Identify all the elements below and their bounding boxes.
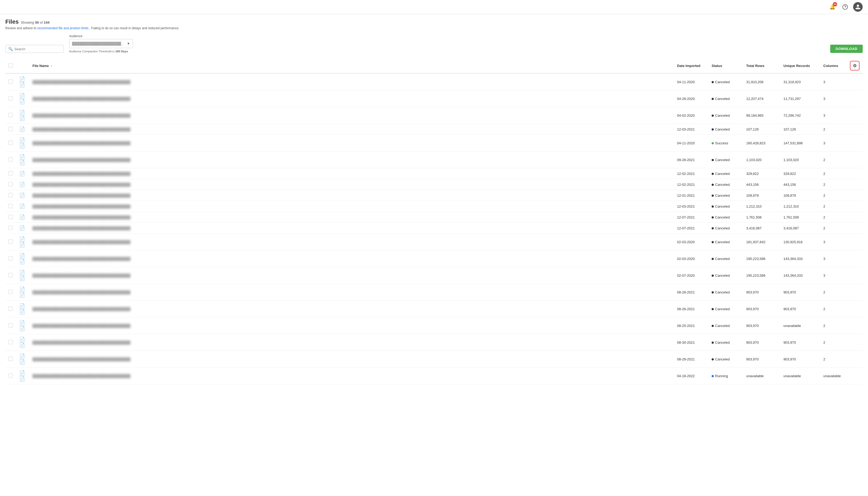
audience-label: Audience <box>69 34 133 38</box>
columns-count: 2 <box>820 351 847 368</box>
row-checkbox[interactable] <box>9 215 13 219</box>
gear-cell <box>847 334 863 351</box>
search-input[interactable] <box>14 47 61 51</box>
date-imported: 12-03-2021 <box>674 201 709 212</box>
th-status[interactable]: Status <box>709 58 743 73</box>
file-name-text: ████████████████████████████████████████ <box>32 257 130 261</box>
gear-cell <box>847 284 863 300</box>
total-rows: 903,970 <box>743 300 780 317</box>
user-avatar-button[interactable] <box>853 2 863 12</box>
row-checkbox[interactable] <box>9 79 13 84</box>
file-name-text: ████████████████████████████████████████ <box>32 357 130 361</box>
status-dot <box>712 114 714 117</box>
row-checkbox[interactable] <box>9 340 13 344</box>
row-checkbox[interactable] <box>9 96 13 100</box>
unique-records: 903,970 <box>780 284 820 300</box>
file-name-text: ████████████████████████████████████████ <box>32 274 130 278</box>
single-file-icon: 📄 <box>19 126 25 132</box>
single-file-icon: 📄 <box>19 204 25 209</box>
column-settings-button[interactable]: ⚙ <box>850 61 859 71</box>
row-checkbox[interactable] <box>9 357 13 361</box>
search-box[interactable]: 🔍 <box>5 45 64 53</box>
status-dot <box>712 275 714 277</box>
file-name-text: ████████████████████████████████████████ <box>32 172 130 176</box>
unique-records: 31,318,923 <box>780 73 820 90</box>
th-file-name[interactable]: File Name ↑ <box>29 58 674 73</box>
gear-cell <box>847 90 863 107</box>
th-date-imported[interactable]: Date Imported <box>674 58 709 73</box>
status-cell: Canceled <box>709 284 743 300</box>
table-row: 📄███████████████████████████████████████… <box>5 212 863 223</box>
limits-link[interactable]: recommended file and product limits <box>37 26 89 30</box>
gear-cell <box>847 317 863 334</box>
status-dot <box>712 342 714 344</box>
th-unique-records[interactable]: Unique Records <box>780 58 820 73</box>
row-checkbox[interactable] <box>9 323 13 327</box>
status-dot <box>712 358 714 360</box>
multi-file-icon: 📄📄 <box>19 270 25 281</box>
row-checkbox[interactable] <box>9 226 13 230</box>
status-cell: Running <box>709 368 743 384</box>
row-checkbox[interactable] <box>9 157 13 161</box>
file-name-text: ████████████████████████████████████████ <box>32 127 130 131</box>
columns-count: 3 <box>820 107 847 124</box>
row-checkbox[interactable] <box>9 141 13 145</box>
status-text: Canceled <box>715 113 730 118</box>
row-checkbox[interactable] <box>9 256 13 261</box>
table-row: 📄📄██████████████████████████████████████… <box>5 351 863 368</box>
row-checkbox[interactable] <box>9 182 13 186</box>
file-name-text: ████████████████████████████████████████ <box>32 307 130 311</box>
total-rows: 329,822 <box>743 168 780 179</box>
row-checkbox[interactable] <box>9 290 13 294</box>
columns-count: 2 <box>820 124 847 135</box>
total-rows: 195,223,586 <box>743 250 780 267</box>
audience-select[interactable]: ████████████████████... ▼ <box>69 39 133 48</box>
row-checkbox[interactable] <box>9 193 13 197</box>
unique-records: 903,970 <box>780 351 820 368</box>
th-total-rows[interactable]: Total Rows <box>743 58 780 73</box>
status-dot <box>712 205 714 207</box>
row-checkbox[interactable] <box>9 373 13 378</box>
th-columns[interactable]: Columns <box>820 58 847 73</box>
status-text: Canceled <box>715 324 730 328</box>
status-cell: Canceled <box>709 267 743 284</box>
table-body: 📄📄██████████████████████████████████████… <box>5 73 863 384</box>
gear-cell <box>847 212 863 223</box>
columns-count: 3 <box>820 90 847 107</box>
status-text: Canceled <box>715 183 730 187</box>
unique-records: 903,970 <box>780 300 820 317</box>
status-text: Canceled <box>715 158 730 162</box>
select-all-checkbox[interactable] <box>9 63 13 67</box>
row-checkbox[interactable] <box>9 307 13 311</box>
notification-badge: 30 <box>833 2 837 6</box>
gear-cell <box>847 179 863 190</box>
row-checkbox[interactable] <box>9 127 13 131</box>
row-checkbox[interactable] <box>9 204 13 208</box>
page-header: Files Showing 50 of 144 <box>5 18 863 25</box>
date-imported: 04-18-2022 <box>674 368 709 384</box>
status-dot <box>712 375 714 377</box>
table-row: 📄📄██████████████████████████████████████… <box>5 368 863 384</box>
notifications-button[interactable]: 🔔 30 <box>827 2 837 12</box>
status-cell: Canceled <box>709 124 743 135</box>
status-dot <box>712 258 714 260</box>
row-checkbox[interactable] <box>9 171 13 175</box>
download-button[interactable]: DOWNLOAD <box>830 45 863 53</box>
help-button[interactable] <box>840 2 850 12</box>
multi-file-icon: 📄📄 <box>19 320 25 331</box>
row-checkbox[interactable] <box>9 113 13 117</box>
multi-file-icon: 📄📄 <box>19 354 25 365</box>
unique-records: 11,731,297 <box>780 90 820 107</box>
columns-count: 2 <box>820 179 847 190</box>
columns-count: 3 <box>820 267 847 284</box>
table-row: 📄📄██████████████████████████████████████… <box>5 234 863 250</box>
unique-records: 3,416,087 <box>780 223 820 234</box>
multi-file-icon: 📄📄 <box>19 337 25 348</box>
row-checkbox[interactable] <box>9 239 13 244</box>
page-title: Files <box>5 18 19 25</box>
multi-file-icon: 📄📄 <box>19 137 25 149</box>
unique-records: unavailable <box>780 368 820 384</box>
date-imported: 08-25-2021 <box>674 317 709 334</box>
row-checkbox[interactable] <box>9 273 13 277</box>
chevron-down-icon: ▼ <box>127 42 130 45</box>
